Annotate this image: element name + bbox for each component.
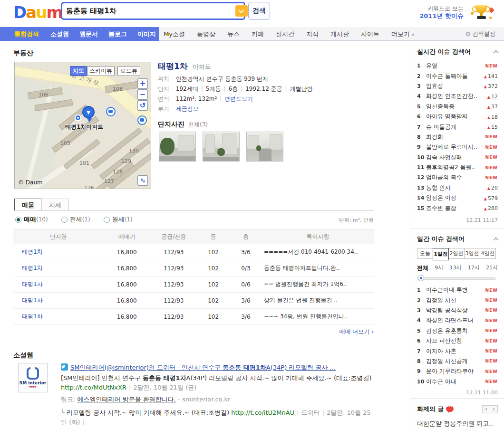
map-mode-button-roadview[interactable]: 로드뷰 — [117, 66, 140, 76]
keyword-link[interactable]: 아이유 명품팔찌 — [426, 113, 487, 121]
tab-2days-ago[interactable]: 2일전 — [448, 248, 465, 259]
map-bus-icon[interactable] — [137, 115, 147, 125]
time-label[interactable]: 13시 — [450, 264, 462, 272]
list-item[interactable]: 12엄마곰의 복수NEW — [417, 172, 498, 182]
tab-social-web[interactable]: 소셜웹 — [50, 30, 69, 38]
list-item[interactable]: 10김숙 사업실패NEW — [417, 153, 498, 162]
photos-count[interactable]: 전체(3) — [188, 121, 208, 128]
list-item[interactable]: 11불후의명곡2 음원..NEW — [417, 162, 498, 172]
keyword-link[interactable]: 임효성 — [426, 82, 484, 90]
tab-board[interactable]: 게시판 — [330, 30, 349, 38]
keyword-link[interactable]: 박경림 공식석상 — [426, 306, 485, 315]
tab-knowledge[interactable]: 지식 — [306, 30, 319, 38]
keyword-link[interactable]: 김정일 시신 — [426, 296, 485, 305]
hot-issue-banner[interactable]: 키워드로 보는 2011년 핫이슈 — [419, 5, 464, 20]
keyword-link[interactable]: 이지아 사촌 — [426, 347, 485, 355]
complex-photo-2[interactable] — [203, 132, 240, 162]
keyword-link[interactable]: 농협 인사 — [426, 184, 487, 192]
time-label[interactable]: 9시 — [435, 264, 443, 272]
tab-cafe[interactable]: 카페 — [252, 30, 264, 38]
map-busstop-icon[interactable] — [75, 114, 81, 121]
listing-link[interactable]: 태평1차 — [22, 297, 43, 304]
list-item[interactable]: 10이수근 아내NEW — [417, 377, 498, 387]
search-history-dropdown-button[interactable] — [235, 5, 248, 17]
more-sale-link[interactable]: 매매 더보기 › — [279, 328, 374, 336]
tab-site[interactable]: 사이트 — [361, 30, 379, 38]
list-item[interactable]: 9불만제로 무료마사..NEW — [417, 142, 498, 152]
keyword-link[interactable]: 임정은 이정 — [426, 194, 484, 202]
keyword-link[interactable]: 유열 — [426, 62, 485, 70]
map-zoom-out-button[interactable]: − — [137, 89, 148, 100]
keyword-link[interactable]: 사브 파산신청 — [426, 337, 485, 345]
list-item[interactable]: 8최강희NEW — [417, 132, 498, 142]
floorplan-link[interactable]: 평면도보기 — [224, 95, 253, 102]
list-item[interactable]: 6아이유 명품팔찌▲18 — [417, 112, 498, 122]
list-item[interactable]: 15조수빈 불참▲280 — [417, 203, 498, 213]
search-input[interactable] — [66, 5, 223, 17]
keyword-link[interactable]: 윤아 기무라타쿠야 — [426, 367, 485, 375]
map-widget[interactable]: 106 108 105 101 130 129 128 127 126 앵고개로… — [14, 62, 151, 189]
keyword-link[interactable]: 불후의명곡2 음원.. — [426, 163, 485, 172]
keyword-link[interactable]: 조수빈 불참 — [426, 204, 484, 212]
sns-thumbnail[interactable]: SM interior ■■■■ — [18, 363, 48, 392]
keyword-link[interactable]: 이수근 아내 — [426, 378, 485, 386]
tab-more[interactable]: 더보기∨ — [391, 30, 415, 38]
keyword-link[interactable]: 엄마곰의 복수 — [426, 173, 485, 181]
tab-realtime[interactable]: 실시간 — [276, 30, 294, 38]
tab-listings[interactable]: 매물 — [14, 199, 42, 211]
filter-jeonse[interactable]: 전세(1) — [61, 215, 90, 224]
list-item[interactable]: 14임정은 이정▲579 — [417, 193, 498, 203]
list-item[interactable]: 7이지아 사촌NEW — [417, 346, 498, 356]
map-zoom-in-button[interactable]: + — [137, 78, 148, 89]
tax-info-link[interactable]: 세금정보 — [176, 105, 199, 112]
map-marker-pin[interactable]: ▼ — [82, 106, 95, 118]
listing-link[interactable]: 태평1차 — [22, 265, 43, 271]
keyword-link[interactable]: 화성인 라면스프녀 — [426, 316, 485, 324]
list-item[interactable]: 2김정일 시신NEW — [417, 295, 498, 305]
listing-link[interactable]: 태평1차 — [22, 248, 43, 255]
list-item[interactable]: 13농협 인사▲20 — [417, 183, 498, 193]
list-item[interactable]: 2이수근 둘째아들▲141 — [417, 71, 498, 81]
prev-button[interactable]: ‹ — [482, 405, 490, 413]
daum-logo[interactable]: Daum — [13, 3, 62, 22]
map-mode-button-skyview[interactable]: 스카이뷰 — [87, 66, 115, 76]
sns-site-link[interactable]: 에스엠인테리어 방문을 환영합니다. — [78, 396, 176, 403]
list-item[interactable]: 8김정일 시신공개NEW — [417, 356, 498, 366]
tab-web-docs[interactable]: 웹문서 — [79, 30, 98, 38]
tab-integrated-search[interactable]: 통합검색 — [14, 30, 39, 38]
search-settings-button[interactable]: ⚙ 검색설정 — [465, 27, 495, 41]
keyword-link[interactable]: 불만제로 무료마사.. — [426, 143, 485, 151]
listing-link[interactable]: 태평1차 — [22, 313, 43, 320]
sns-reply-url[interactable]: http://t.co/itU2MnAU — [231, 409, 294, 416]
listing-link[interactable]: 태평1차 — [22, 281, 43, 287]
list-item[interactable]: 9윤아 기무라타쿠야NEW — [417, 366, 498, 376]
map-expand-button[interactable]: ↔ — [137, 175, 148, 186]
tab-video[interactable]: 동영상 — [197, 30, 215, 38]
keyword-link[interactable]: 임신중독증 — [426, 103, 487, 111]
slider-handle[interactable] — [418, 275, 424, 281]
time-label[interactable]: 17시 — [468, 264, 480, 272]
search-button[interactable]: 검색 — [248, 2, 270, 20]
collapse-icon[interactable] — [493, 237, 498, 242]
map-compass-button[interactable]: ↺ — [137, 100, 148, 111]
list-item[interactable]: 6사브 파산신청NEW — [417, 336, 498, 346]
map-mode-button-map[interactable]: 지도 — [70, 66, 87, 76]
keyword-link[interactable]: 이수근아내 투병 — [426, 286, 485, 294]
keyword-link[interactable]: 김정일 시신공개 — [426, 357, 485, 365]
tab-market-price[interactable]: 시세 — [41, 199, 69, 211]
keyword-link[interactable]: 이수근 둘째아들 — [426, 72, 484, 80]
time-label[interactable]: 전체 — [417, 264, 428, 272]
collapse-icon[interactable] — [493, 50, 498, 55]
keyword-link[interactable]: 화성인 인조인간찬.. — [426, 92, 487, 100]
complex-photo-3[interactable] — [246, 132, 283, 162]
buzz-post-link[interactable]: 대한문앞 정봉주의원 뛰고.. — [417, 419, 498, 428]
list-item[interactable]: 5김정은 유훈통치NEW — [417, 326, 498, 336]
filter-sale[interactable]: 매매(10) — [15, 215, 48, 224]
sns-title-link[interactable]: SM인테리어(@isminterior)의 트위터 - 인천시 연수구 동춘동 … — [70, 364, 336, 371]
filter-monthly[interactable]: 월세(1) — [104, 215, 133, 224]
list-item[interactable]: 3임효성▲372 — [417, 81, 498, 91]
list-item[interactable]: 1이수근아내 투병NEW — [417, 285, 498, 295]
tab-1day-ago[interactable]: 1일전 — [433, 248, 449, 260]
list-item[interactable]: 3박경림 공식석상NEW — [417, 305, 498, 315]
tab-3days-ago[interactable]: 3일전 — [464, 248, 480, 259]
